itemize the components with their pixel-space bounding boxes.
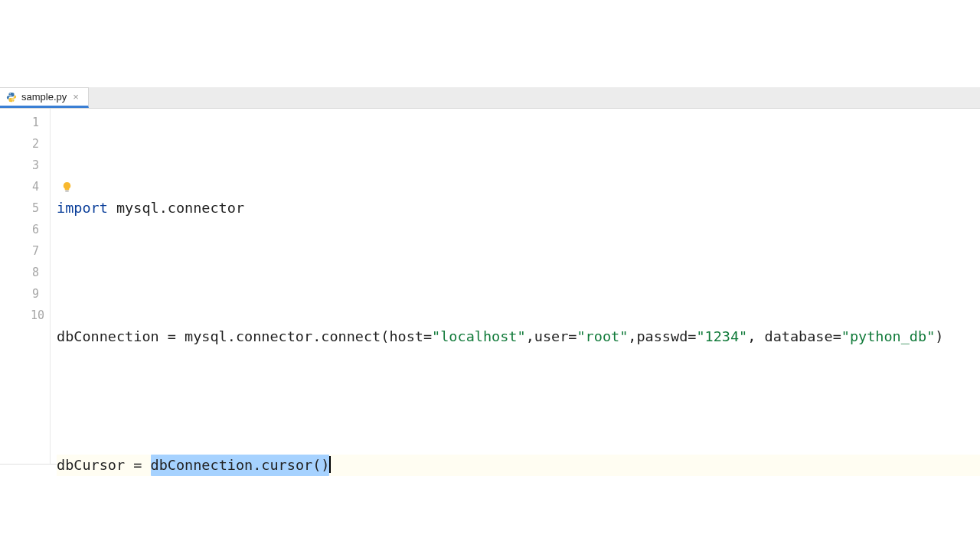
python-file-icon [6, 92, 17, 103]
code-line: import mysql.connector [57, 197, 980, 219]
editor-tab-sample-py[interactable]: sample.py × [0, 87, 89, 108]
line-number: 4 [0, 176, 50, 197]
code-line: dbConnection = mysql.connector.connect(h… [57, 326, 980, 347]
line-number: 6 [0, 219, 50, 240]
selection: dbConnection.cursor() [151, 455, 330, 476]
line-number: 5 [0, 197, 50, 219]
line-number: 7 [0, 240, 50, 262]
tab-filename: sample.py [21, 91, 67, 103]
line-number: 1 [0, 112, 50, 133]
blank-header [0, 0, 980, 87]
code-line-active: dbCursor = dbConnection.cursor() [57, 455, 980, 476]
tab-close-icon[interactable]: × [71, 91, 80, 103]
line-number-gutter: 1 2 3 4 5 6 7 8 9 10 [0, 109, 51, 464]
line-number: 2 [0, 133, 50, 155]
line-number: 8 [0, 262, 50, 283]
editor-tab-bar: sample.py × [0, 87, 980, 109]
code-line [57, 519, 980, 540]
code-editor[interactable]: 1 2 3 4 5 6 7 8 9 10 import mysql.connec… [0, 109, 980, 465]
svg-rect-0 [65, 190, 69, 191]
intention-bulb-icon[interactable] [60, 181, 73, 193]
line-number: 10 [0, 305, 50, 326]
text-cursor [329, 456, 331, 473]
line-number: 3 [0, 155, 50, 176]
code-line [57, 262, 980, 283]
code-line [57, 390, 980, 412]
code-content[interactable]: import mysql.connector dbConnection = my… [51, 109, 980, 464]
line-number: 9 [0, 283, 50, 305]
